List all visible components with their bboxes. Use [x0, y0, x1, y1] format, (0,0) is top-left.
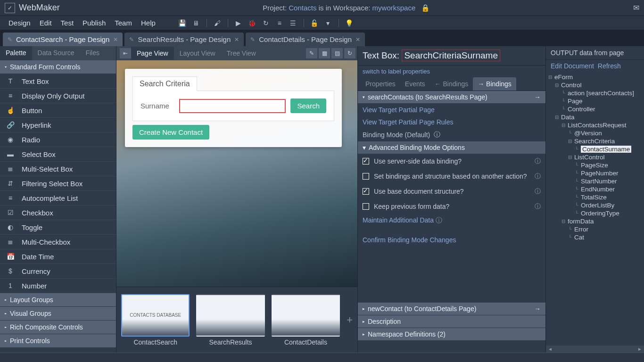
- reload-icon[interactable]: ↻: [344, 48, 355, 58]
- palette-item[interactable]: ◐Toggle: [0, 220, 116, 235]
- workspace-link[interactable]: myworkspace: [372, 4, 416, 12]
- edit-toggle-icon[interactable]: ✎: [306, 48, 317, 58]
- tab-layout-view[interactable]: Layout View: [174, 47, 221, 60]
- grid-icon[interactable]: ▦: [319, 48, 330, 58]
- palette-item[interactable]: 📅Date Time: [0, 249, 116, 264]
- play-icon[interactable]: ▶: [234, 18, 243, 28]
- binding-section-searchcontacts[interactable]: ▾searchContacts (to SearchResults Page)→: [358, 91, 545, 104]
- close-icon[interactable]: ✕: [234, 36, 239, 43]
- view-target-page-link[interactable]: View Target Partial Page: [358, 104, 545, 116]
- menu-edit[interactable]: Edit: [36, 17, 56, 28]
- tree-toggle-icon[interactable]: ⊟: [554, 115, 559, 120]
- tree-node[interactable]: └Error: [548, 225, 644, 233]
- namespace-section[interactable]: ▸Namespace Definitions (2): [358, 328, 545, 341]
- tree-toggle-icon[interactable]: ⊟: [561, 123, 566, 128]
- close-icon[interactable]: ✕: [355, 36, 360, 43]
- advanced-binding-header[interactable]: ▾Advanced Binding Mode Options: [358, 141, 545, 154]
- info-icon[interactable]: ⓘ: [535, 202, 541, 211]
- info-icon[interactable]: ⓘ: [436, 216, 442, 224]
- menu-test[interactable]: Test: [57, 17, 78, 28]
- palette-item[interactable]: ⇵Filtering Select Box: [0, 176, 116, 191]
- menu-help[interactable]: Help: [137, 17, 159, 28]
- save-icon[interactable]: 💾: [178, 18, 187, 28]
- binding-option[interactable]: Keep previous form data?ⓘ: [358, 199, 545, 214]
- tree-node[interactable]: └@Version: [548, 129, 644, 137]
- palette-group-header[interactable]: ▸Print Controls: [0, 334, 116, 348]
- tab-files[interactable]: Files: [80, 46, 105, 60]
- tab-data-source[interactable]: Data Source: [32, 46, 80, 60]
- unlock-icon[interactable]: 🔓: [310, 18, 319, 28]
- design-canvas[interactable]: Search Criteria Surname Search Create Ne…: [116, 60, 357, 287]
- tree-node[interactable]: ⊟eForm: [548, 73, 644, 81]
- checkbox[interactable]: [363, 188, 369, 195]
- tree-node[interactable]: └Cat: [548, 233, 644, 241]
- palette-group-header[interactable]: ▸Rich Composite Controls: [0, 321, 116, 334]
- binding-option[interactable]: Set bindings and structure based on anot…: [358, 169, 545, 184]
- doc-tab-searchresults[interactable]: ✎SearchResults - Page Design✕: [124, 33, 244, 46]
- mail-icon[interactable]: ✉: [633, 3, 639, 12]
- maintain-data-link[interactable]: Maintain Additional Data ⓘ: [358, 214, 545, 227]
- tab-bindings-in[interactable]: ← Bindings: [430, 77, 473, 90]
- refresh-icon[interactable]: ↻: [261, 18, 271, 28]
- tab-properties[interactable]: Properties: [361, 77, 400, 90]
- server-icon[interactable]: ☰: [289, 18, 298, 28]
- info-icon[interactable]: ⓘ: [434, 131, 440, 139]
- chevron-down-icon[interactable]: ▾: [323, 18, 333, 28]
- checkbox[interactable]: [363, 203, 369, 210]
- tree-node[interactable]: └Controller: [548, 105, 644, 113]
- brush-icon[interactable]: 🖌: [213, 18, 222, 28]
- palette-item[interactable]: 🔗Hyperlink: [0, 118, 116, 132]
- tree-node[interactable]: └StartNumber: [548, 177, 644, 185]
- page-thumb[interactable]: ContactDetails: [272, 294, 340, 346]
- tab-tree-view[interactable]: Tree View: [221, 47, 262, 60]
- tree-node[interactable]: ⊟ListControl: [548, 153, 644, 161]
- form-icon[interactable]: ▤: [331, 48, 343, 58]
- tree-node[interactable]: └Page: [548, 97, 644, 105]
- palette-item[interactable]: TText Box: [0, 74, 116, 89]
- doc-tab-contactsearch[interactable]: ✎ContactSearch - Page Design✕: [3, 33, 123, 46]
- info-icon[interactable]: ⓘ: [535, 187, 541, 196]
- tree-node[interactable]: └action [searchContacts]: [548, 89, 644, 97]
- tree-node[interactable]: └PageSize: [548, 161, 644, 169]
- tree-node[interactable]: └EndNumber: [548, 185, 644, 193]
- palette-item[interactable]: ☝Button: [0, 103, 116, 118]
- tab-page-view[interactable]: Page View: [131, 47, 174, 60]
- palette-group-header[interactable]: ▸Layout Groups: [0, 293, 116, 307]
- tree-node[interactable]: └OrderListBy: [548, 201, 644, 209]
- tab-events[interactable]: Events: [400, 77, 430, 90]
- binding-section-newcontact[interactable]: ▸newContact (to ContactDetails Page)→: [358, 303, 545, 315]
- tree-toggle-icon[interactable]: ⊟: [561, 219, 566, 224]
- switch-label-link[interactable]: switch to label properties: [358, 66, 545, 77]
- palette-item[interactable]: ▬Select Box: [0, 147, 116, 162]
- palette-item[interactable]: ≣Multi-Select Box: [0, 162, 116, 176]
- refresh-link[interactable]: Refresh: [598, 62, 621, 70]
- menu-team[interactable]: Team: [111, 17, 136, 28]
- binding-option[interactable]: Use server-side data binding?ⓘ: [358, 154, 545, 169]
- checkbox[interactable]: [363, 158, 369, 165]
- tree-toggle-icon[interactable]: ⊟: [568, 155, 572, 160]
- search-button[interactable]: Search: [290, 99, 326, 113]
- desktop-icon[interactable]: 🖥: [191, 18, 201, 28]
- view-target-rules-link[interactable]: View Target Partial Page Rules: [358, 116, 545, 128]
- palette-item[interactable]: $Currency: [0, 264, 116, 279]
- menu-design[interactable]: Design: [5, 17, 34, 28]
- horizontal-scrollbar[interactable]: ◄►: [546, 346, 644, 353]
- tree-node[interactable]: └OrderingType: [548, 209, 644, 217]
- edit-document-link[interactable]: Edit Document: [551, 62, 594, 70]
- tree-node[interactable]: └PageNumber: [548, 169, 644, 177]
- tab-palette[interactable]: Palette: [0, 46, 32, 60]
- palette-item[interactable]: ≣Multi-Checkbox: [0, 235, 116, 249]
- tree-node[interactable]: ⊟formData: [548, 217, 644, 225]
- stack-icon[interactable]: ≡: [275, 18, 284, 28]
- close-icon[interactable]: ✕: [113, 36, 118, 43]
- create-contact-button[interactable]: Create New Contact: [132, 125, 209, 140]
- info-icon[interactable]: ⓘ: [535, 172, 541, 181]
- palette-group-header[interactable]: ▸Visual Groups: [0, 307, 116, 321]
- tree-node[interactable]: └ContactSurname: [548, 145, 644, 153]
- lock-icon[interactable]: 🔒: [421, 4, 430, 12]
- page-thumb[interactable]: SearchResults: [196, 294, 264, 346]
- palette-item[interactable]: ☑Checkbox: [0, 206, 116, 220]
- menu-publish[interactable]: Publish: [79, 17, 109, 28]
- project-link[interactable]: Contacts: [289, 4, 316, 12]
- surname-input[interactable]: [179, 99, 286, 113]
